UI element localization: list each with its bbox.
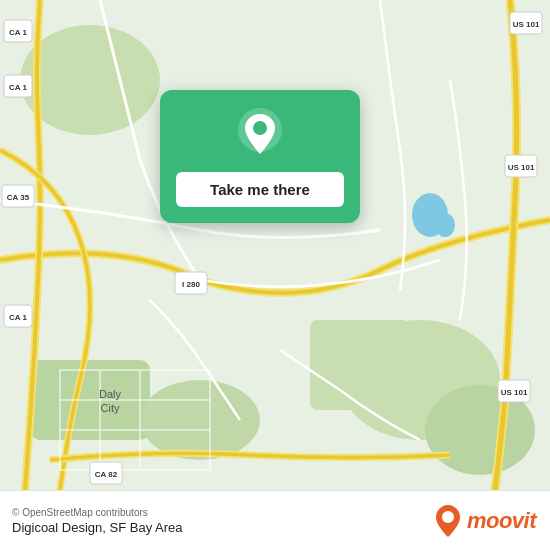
svg-text:I 280: I 280 xyxy=(182,280,200,289)
svg-rect-6 xyxy=(310,320,410,410)
svg-text:Daly: Daly xyxy=(99,388,122,400)
map-background: US 101 US 101 US 101 I 280 CA 1 CA 1 CA … xyxy=(0,0,550,490)
svg-text:City: City xyxy=(101,402,120,414)
map-container: US 101 US 101 US 101 I 280 CA 1 CA 1 CA … xyxy=(0,0,550,490)
svg-text:CA 35: CA 35 xyxy=(7,193,30,202)
svg-text:CA 1: CA 1 xyxy=(9,313,27,322)
svg-text:US 101: US 101 xyxy=(513,20,540,29)
osm-attribution: © OpenStreetMap contributors xyxy=(12,507,183,518)
svg-point-37 xyxy=(442,511,454,523)
bottom-left: © OpenStreetMap contributors Digicoal De… xyxy=(12,507,183,535)
app-title: Digicoal Design, SF Bay Area xyxy=(12,520,183,535)
svg-text:US 101: US 101 xyxy=(508,163,535,172)
svg-text:US 101: US 101 xyxy=(501,388,528,397)
location-pin-icon xyxy=(233,108,287,162)
popup-card: Take me there xyxy=(160,90,360,223)
svg-text:CA 82: CA 82 xyxy=(95,470,118,479)
take-me-there-button[interactable]: Take me there xyxy=(176,172,344,207)
moovit-text: moovit xyxy=(467,508,536,534)
svg-text:CA 1: CA 1 xyxy=(9,28,27,37)
bottom-bar: © OpenStreetMap contributors Digicoal De… xyxy=(0,490,550,550)
svg-point-36 xyxy=(253,121,267,135)
moovit-pin-icon xyxy=(434,503,462,539)
svg-text:CA 1: CA 1 xyxy=(9,83,27,92)
moovit-logo[interactable]: moovit xyxy=(434,503,536,539)
svg-point-5 xyxy=(140,380,260,460)
svg-point-8 xyxy=(435,213,455,237)
